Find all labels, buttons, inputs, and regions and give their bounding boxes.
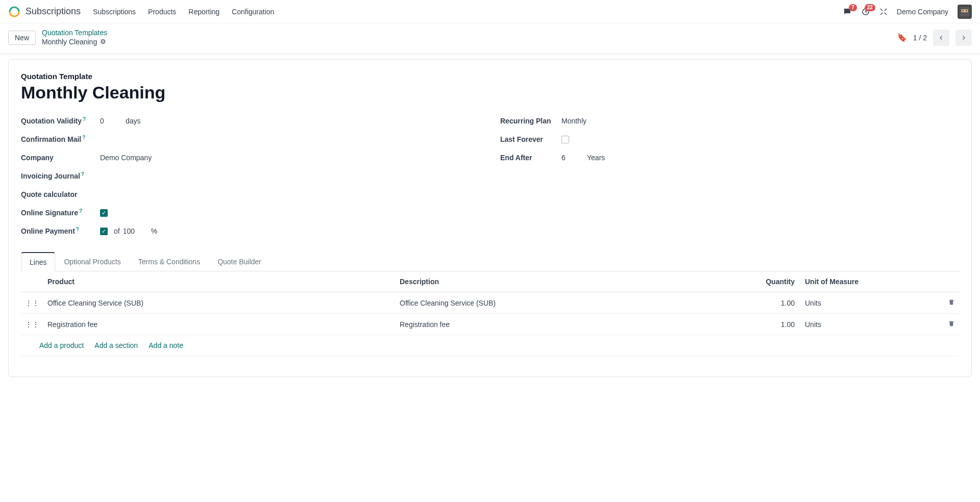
checkbox-online-signature[interactable]: ✓ <box>100 209 108 217</box>
add-section-link[interactable]: Add a section <box>94 341 138 349</box>
breadcrumb-current: Monthly Cleaning ⚙ <box>42 38 107 47</box>
row-recurring-plan: Recurring Plan Monthly <box>500 112 959 130</box>
row-confirmation-mail: Confirmation Mail ? <box>21 130 480 148</box>
company-switcher[interactable]: Demo Company <box>897 8 948 16</box>
input-online-payment-pct[interactable] <box>123 227 141 235</box>
pager-prev-button[interactable] <box>933 30 949 46</box>
avatar-icon <box>959 6 970 17</box>
col-uom[interactable]: Unit of Measure <box>799 271 942 292</box>
row-invoicing-journal: Invoicing Journal ? <box>21 167 480 185</box>
col-description[interactable]: Description <box>396 271 748 292</box>
app-title[interactable]: Subscriptions <box>26 6 81 17</box>
chevron-left-icon <box>938 35 944 41</box>
col-quantity[interactable]: Quantity <box>748 271 799 292</box>
toolbar-right: 🔖 1 / 2 <box>897 30 972 46</box>
row-last-forever: Last Forever <box>500 130 959 148</box>
text-of: of <box>114 227 120 235</box>
checkbox-last-forever[interactable] <box>561 136 569 143</box>
bookmark-icon[interactable]: 🔖 <box>897 33 907 42</box>
app-logo-icon <box>8 6 20 18</box>
form-grid: Quotation Validity ? days Confirmation M… <box>21 112 959 240</box>
row-company: Company Demo Company <box>21 148 480 167</box>
value-company[interactable]: Demo Company <box>100 154 152 162</box>
debug-button[interactable] <box>879 8 888 16</box>
cell-quantity[interactable]: 1.00 <box>748 292 799 314</box>
breadcrumb-current-text: Monthly Cleaning <box>42 38 97 47</box>
tab-terms[interactable]: Terms & Conditions <box>130 252 209 271</box>
control-panel: New Quotation Templates Monthly Cleaning… <box>0 23 980 54</box>
unit-percent: % <box>151 227 157 235</box>
form-col-left: Quotation Validity ? days Confirmation M… <box>21 112 480 240</box>
form-sheet: Quotation Template Monthly Cleaning Quot… <box>8 59 972 377</box>
delete-row-button[interactable] <box>942 292 959 314</box>
help-icon[interactable]: ? <box>79 208 82 214</box>
value-recurring-plan[interactable]: Monthly <box>561 117 586 125</box>
tab-quote-builder[interactable]: Quote Builder <box>209 252 270 271</box>
help-icon[interactable]: ? <box>83 116 86 122</box>
input-quotation-validity[interactable] <box>100 117 120 125</box>
gear-icon[interactable]: ⚙ <box>100 38 106 46</box>
label-quotation-validity: Quotation Validity ? <box>21 117 100 125</box>
nav-links: Subscriptions Products Reporting Configu… <box>93 8 274 16</box>
delete-row-button[interactable] <box>942 314 959 335</box>
cell-description[interactable]: Registration fee <box>396 314 748 335</box>
row-online-payment: Online Payment ? ✓ of % <box>21 222 480 240</box>
breadcrumb-parent[interactable]: Quotation Templates <box>42 29 107 38</box>
user-avatar[interactable] <box>958 5 972 19</box>
nav-configuration[interactable]: Configuration <box>232 8 274 16</box>
cell-product[interactable]: Office Cleaning Service (SUB) <box>43 292 396 314</box>
label-end-after: End After <box>500 154 561 162</box>
label-invoicing-journal: Invoicing Journal ? <box>21 172 100 180</box>
label-last-forever: Last Forever <box>500 135 561 143</box>
label-online-payment: Online Payment ? <box>21 227 100 235</box>
cell-product[interactable]: Registration fee <box>43 314 396 335</box>
add-product-link[interactable]: Add a product <box>39 341 84 349</box>
help-icon[interactable]: ? <box>81 171 84 177</box>
nav-reporting[interactable]: Reporting <box>188 8 219 16</box>
cell-description[interactable]: Office Cleaning Service (SUB) <box>396 292 748 314</box>
nav-right: 7 22 Demo Company <box>843 5 972 19</box>
tools-icon <box>879 8 888 16</box>
new-button[interactable]: New <box>8 31 36 45</box>
messaging-button[interactable]: 7 <box>843 7 852 16</box>
col-product[interactable]: Product <box>43 271 396 292</box>
help-icon[interactable]: ? <box>76 227 79 232</box>
add-note-link[interactable]: Add a note <box>149 341 183 349</box>
chevron-right-icon <box>961 35 967 41</box>
nav-subscriptions[interactable]: Subscriptions <box>93 8 136 16</box>
activities-button[interactable]: 22 <box>861 7 870 16</box>
top-nav: Subscriptions Subscriptions Products Rep… <box>0 0 980 23</box>
lines-table: Product Description Quantity Unit of Mea… <box>21 271 959 356</box>
table-row[interactable]: ⋮⋮ Office Cleaning Service (SUB) Office … <box>21 292 959 314</box>
cell-quantity[interactable]: 1.00 <box>748 314 799 335</box>
drag-handle-icon[interactable]: ⋮⋮ <box>21 314 43 335</box>
tab-lines[interactable]: Lines <box>21 252 55 271</box>
tab-optional-products[interactable]: Optional Products <box>55 252 129 271</box>
label-confirmation-mail: Confirmation Mail ? <box>21 135 100 143</box>
record-title[interactable]: Monthly Cleaning <box>21 83 959 103</box>
input-end-after[interactable] <box>561 154 582 162</box>
trash-icon <box>948 298 955 306</box>
breadcrumb: Quotation Templates Monthly Cleaning ⚙ <box>42 29 107 46</box>
unit-days: days <box>126 117 141 125</box>
checkbox-online-payment[interactable]: ✓ <box>100 228 108 235</box>
help-icon[interactable]: ? <box>82 135 85 140</box>
nav-products[interactable]: Products <box>148 8 176 16</box>
row-quotation-validity: Quotation Validity ? days <box>21 112 480 130</box>
label-online-signature: Online Signature ? <box>21 209 100 217</box>
unit-years: Years <box>587 154 605 162</box>
title-label: Quotation Template <box>21 72 959 81</box>
row-online-signature: Online Signature ? ✓ <box>21 204 480 222</box>
cell-uom[interactable]: Units <box>799 314 942 335</box>
cell-uom[interactable]: Units <box>799 292 942 314</box>
pager-text: 1 / 2 <box>913 34 927 42</box>
tabs: Lines Optional Products Terms & Conditio… <box>21 252 959 271</box>
label-quote-calculator: Quote calculator <box>21 190 100 198</box>
trash-icon <box>948 320 955 327</box>
drag-handle-icon[interactable]: ⋮⋮ <box>21 292 43 314</box>
pager-next-button[interactable] <box>955 30 972 46</box>
label-company: Company <box>21 154 100 162</box>
label-recurring-plan: Recurring Plan <box>500 117 561 125</box>
table-row[interactable]: ⋮⋮ Registration fee Registration fee 1.0… <box>21 314 959 335</box>
activity-badge: 22 <box>865 4 875 11</box>
